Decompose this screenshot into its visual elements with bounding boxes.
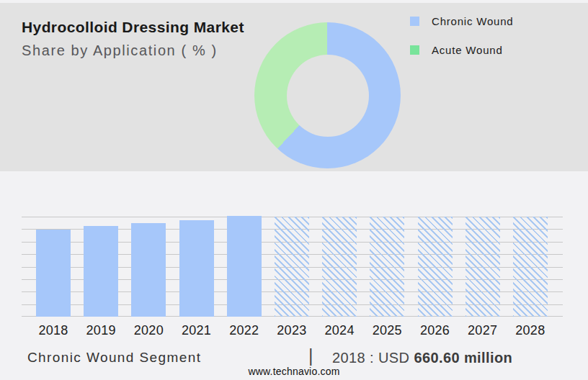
title-block: Hydrocolloid Dressing Market Share by Ap…	[22, 19, 244, 59]
legend-swatch-chronic-wound-icon	[410, 17, 419, 26]
bars-row	[36, 217, 548, 317]
x-axis-label-2022: 2022	[227, 323, 262, 338]
x-axis-label-2018: 2018	[36, 323, 71, 338]
bar-chart: 2018201920202021202220232024202520262027…	[22, 217, 563, 317]
legend-item-acute-wound: Acute Wound	[410, 41, 514, 58]
x-axis-label-2027: 2027	[466, 323, 500, 338]
x-axis-labels: 2018201920202021202220232024202520262027…	[36, 323, 548, 338]
x-axis-label-2021: 2021	[179, 323, 214, 338]
bar-2020	[131, 223, 166, 317]
legend: Chronic Wound Acute Wound	[410, 12, 514, 70]
x-axis-label-2023: 2023	[275, 323, 309, 338]
bar-2027-forecast	[466, 217, 500, 317]
bar-2026-forecast	[418, 217, 453, 317]
donut-chart	[254, 22, 401, 168]
legend-swatch-acute-wound-icon	[410, 45, 419, 55]
x-axis-label-2019: 2019	[84, 323, 118, 338]
x-axis-label-2020: 2020	[131, 323, 166, 338]
stat-separator: |	[308, 345, 313, 366]
donut-hole	[287, 55, 369, 137]
x-axis-label-2028: 2028	[513, 323, 548, 338]
x-axis-label-2025: 2025	[370, 323, 404, 338]
page-subtitle: Share by Application ( % )	[22, 42, 244, 59]
legend-label-acute-wound: Acute Wound	[432, 44, 503, 56]
segment-label: Chronic Wound Segment	[27, 350, 201, 366]
legend-label-chronic-wound: Chronic Wound	[432, 15, 514, 27]
x-axis-label-2026: 2026	[418, 323, 453, 338]
bar-2028-forecast	[513, 217, 548, 317]
stat-value: 660.60 million	[414, 350, 512, 366]
bar-2025-forecast	[370, 217, 404, 317]
bar-2019	[84, 226, 118, 317]
bar-2023-forecast	[275, 217, 309, 317]
bar-2022	[227, 216, 262, 317]
bar-2024-forecast	[322, 217, 357, 317]
legend-item-chronic-wound: Chronic Wound	[410, 12, 514, 30]
x-axis-label-2024: 2024	[322, 323, 357, 338]
stat-line: 2018 : USD660.60 million	[332, 350, 512, 366]
stat-prefix: 2018 : USD	[332, 350, 409, 366]
top-panel: Hydrocolloid Dressing Market Share by Ap…	[0, 3, 588, 171]
page-title: Hydrocolloid Dressing Market	[22, 19, 244, 36]
page-background: Hydrocolloid Dressing Market Share by Ap…	[0, 0, 588, 380]
bar-2018	[36, 230, 71, 317]
bar-2021	[179, 220, 214, 317]
website-text: www.technavio.com	[0, 366, 588, 377]
